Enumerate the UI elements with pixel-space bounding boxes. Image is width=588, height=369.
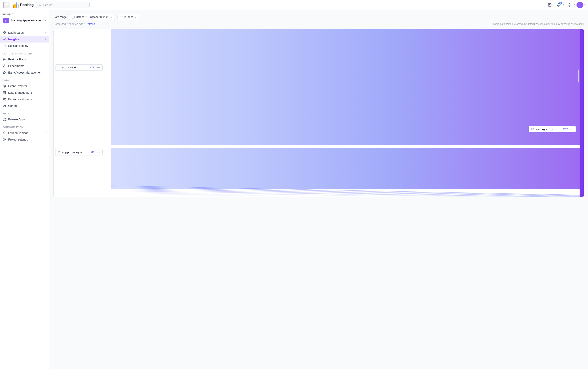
sidebar-item-insights[interactable]: Insights + [0,36,49,42]
main-nav-section: Dashboards ▾ Insights + [0,27,49,50]
date-range-button[interactable]: October 1 - October 8, 2022 [69,14,115,20]
path-node-2[interactable]: 02 user signed up 267 ••• [529,126,576,132]
date-chevron-icon [110,16,112,18]
event-explorer-label: Event Explorer [8,84,47,88]
node3-step: 01 [58,151,61,153]
session-replay-label: Session Replay [8,44,47,47]
upload-icon-button[interactable] [546,1,554,9]
sidebar-item-session-replay[interactable]: Session Replay [0,42,49,49]
svg-rect-28 [5,118,6,119]
svg-rect-13 [5,31,6,32]
hint-text: Large path items are shown by default. V… [493,23,584,25]
svg-rect-3 [13,5,14,8]
scrollbar-thumb[interactable] [578,70,579,82]
svg-marker-17 [4,45,5,46]
menu-toggle-button[interactable] [3,2,10,8]
date-range-value: October 1 - October 8, 2022 [76,15,109,19]
svg-rect-15 [5,33,6,34]
apps-section: APPS Browse Apps [0,110,49,123]
top-nav: PostHog Search... 1 ▾ [0,0,588,10]
svg-rect-21 [3,92,6,93]
upload-icon [548,3,552,7]
svg-point-19 [4,86,5,86]
help-button[interactable]: ▾ [566,1,575,9]
steps-icon [120,16,123,19]
svg-line-43 [111,189,579,196]
cohorts-label: Cohorts [8,104,47,107]
config-section-label: CONFIGURATION [0,126,49,130]
sidebar-item-project-settings[interactable]: Project settings [0,136,49,143]
project-section: PROJECT P PostHog App + Website ▾ [0,11,49,27]
feature-management-section: FEATURE MANAGEMENT Feature Flags Experim… [0,50,49,77]
node1-step: 01 [58,66,61,69]
help-icon-button[interactable] [566,1,573,9]
early-access-icon [2,71,6,74]
refresh-link[interactable]: Refresh [86,22,95,25]
search-icon [39,3,42,6]
sidebar-item-data-management[interactable]: Data Management [0,89,49,96]
sidebar-item-experiments[interactable]: Experiments [0,63,49,69]
project-settings-label: Project settings [8,138,47,141]
flow-area-top [111,29,579,145]
data-section: DATA Event Explorer [0,77,49,110]
svg-point-26 [5,105,6,106]
sidebar-item-dashboards[interactable]: Dashboards ▾ [0,29,49,36]
computed-row: Computed 2 minutes ago • Refresh Large p… [53,22,584,25]
insights-label: Insights [8,38,43,41]
notifications-button[interactable]: 1 ▾ [555,1,564,9]
posthog-logo-icon [12,2,19,8]
sidebar-item-cohorts[interactable]: Cohorts [0,102,49,109]
user-menu[interactable]: I ▾ [577,2,585,8]
svg-point-25 [3,105,4,106]
sidebar-item-event-explorer[interactable]: Event Explorer [0,83,49,89]
nav-icons: 1 ▾ ▾ I ▾ [546,1,585,9]
node3-more-icon[interactable]: ••• [97,150,100,154]
svg-point-32 [4,139,5,140]
path-node-1[interactable]: 01 user invited 173 ••• [55,64,102,71]
project-avatar: P [3,18,9,23]
steps-chevron-icon [135,16,137,18]
avatar-button[interactable]: I [577,2,583,8]
notifications-chevron: ▾ [563,3,564,6]
data-management-icon [2,91,6,94]
node3-name: app.po...m/signup [62,151,90,154]
sidebar-item-persons-groups[interactable]: Persons & Groups [0,96,49,102]
project-selector[interactable]: P PostHog App + Website ▾ [2,17,47,24]
data-section-label: DATA [0,79,49,83]
insights-add-icon[interactable]: + [45,37,47,41]
path-node-3[interactable]: 01 app.po...m/signup 86 ••• [55,149,102,155]
svg-rect-33 [72,16,74,18]
node2-more-icon[interactable]: ••• [570,127,573,131]
steps-button[interactable]: 2 Steps [118,14,139,20]
event-explorer-icon [2,84,6,88]
dashboards-icon [2,31,6,34]
feature-management-label: FEATURE MANAGEMENT [0,52,49,56]
apps-section-label: APPS [0,113,49,116]
sidebar-item-browse-apps[interactable]: Browse Apps [0,116,49,123]
early-access-label: Early Access Management [8,71,47,74]
search-bar[interactable]: Search... [36,2,90,8]
node3-count: 86 [91,151,94,154]
flow-area-bottom [111,148,579,189]
help-icon [568,3,571,7]
computed-text: Computed 2 minutes ago • Refresh [53,22,95,25]
node1-more-icon[interactable]: ••• [97,66,100,69]
logo: PostHog [12,2,34,8]
sidebar-item-early-access[interactable]: Early Access Management [0,69,49,76]
bell-icon-button[interactable]: 1 [555,1,563,9]
calendar-icon [72,16,75,19]
node2-count: 267 [563,128,568,131]
experiments-icon [2,64,6,68]
app-body: PROJECT P PostHog App + Website ▾ [0,10,588,369]
sidebar-item-feature-flags[interactable]: Feature Flags [0,56,49,63]
svg-rect-5 [16,2,17,8]
date-range-label: Date range [53,15,67,19]
flow-gap [111,145,579,148]
sidebar-item-launch-toolbar[interactable]: Launch Toolbar ▾ [0,130,49,136]
session-replay-icon [2,44,6,48]
svg-point-23 [3,98,5,99]
launch-toolbar-caret-icon: ▾ [45,132,47,134]
svg-rect-30 [5,120,6,121]
node2-step: 02 [531,128,534,130]
launch-toolbar-icon [2,131,6,135]
